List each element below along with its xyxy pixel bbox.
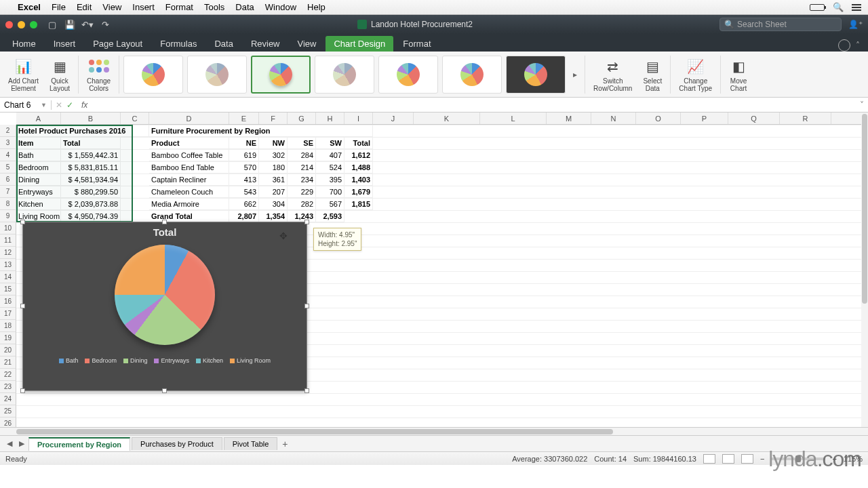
chart-legend[interactable]: BathBedroomDiningEntrywaysKitchenLiving … xyxy=(23,357,307,364)
save-icon[interactable]: 💾 xyxy=(64,19,75,30)
horizontal-scrollbar[interactable] xyxy=(0,427,868,435)
vertical-scrollbar[interactable] xyxy=(861,113,868,427)
ribbon-tabs: Home Insert Page Layout Formulas Data Re… xyxy=(0,34,868,52)
zoom-out-button[interactable]: − xyxy=(760,455,764,463)
sheet-tab-2[interactable]: Purchases by Product xyxy=(132,437,222,450)
ribbon-content: 📊 Add Chart Element ▦ Quick Layout Chang… xyxy=(0,52,868,98)
handle-w[interactable] xyxy=(20,304,25,308)
handle-se[interactable] xyxy=(304,388,309,393)
maximize-button[interactable] xyxy=(30,21,37,28)
view-page-break-button[interactable] xyxy=(741,454,753,464)
chart-style-5[interactable] xyxy=(378,56,438,94)
chart-title[interactable]: Total xyxy=(23,222,307,239)
sheet-tab-1[interactable]: Procurement by Region xyxy=(28,437,130,451)
tab-format[interactable]: Format xyxy=(395,36,439,52)
fx-icon[interactable]: fx xyxy=(81,100,87,110)
name-box[interactable]: Chart 6 ▼ xyxy=(0,100,52,110)
status-count: Count: 14 xyxy=(594,455,627,463)
more-chart-styles[interactable]: ▸ xyxy=(570,56,580,94)
switch-row-column-button[interactable]: ⇄ Switch Row/Column xyxy=(589,56,636,94)
tab-review[interactable]: Review xyxy=(243,36,288,52)
menu-file[interactable]: File xyxy=(52,2,66,12)
next-sheet-button[interactable]: ▶ xyxy=(16,439,27,449)
handle-sw[interactable] xyxy=(20,388,25,393)
menu-format[interactable]: Format xyxy=(165,2,193,12)
tab-view[interactable]: View xyxy=(290,36,325,52)
spotlight-icon[interactable]: 🔍 xyxy=(833,2,844,12)
chart-style-3[interactable] xyxy=(251,56,311,94)
tab-page-layout[interactable]: Page Layout xyxy=(85,36,151,52)
chart-style-4[interactable] xyxy=(315,56,374,94)
minimize-button[interactable] xyxy=(18,21,25,28)
divider xyxy=(720,56,721,94)
name-box-dropdown-icon[interactable]: ▼ xyxy=(41,102,47,108)
share-icon[interactable]: 👤⁺ xyxy=(848,20,863,29)
tab-chart-design[interactable]: Chart Design xyxy=(326,36,393,52)
close-button[interactable] xyxy=(5,21,13,28)
move-chart-button[interactable]: ◧ Move Chart xyxy=(725,56,752,94)
worksheet-grid[interactable]: ABCDEFGHIJKLMNOPQR 234567891011121314151… xyxy=(0,113,868,427)
quick-layout-button[interactable]: ▦ Quick Layout xyxy=(45,56,74,94)
redo-icon[interactable]: ↷ xyxy=(100,19,111,30)
divider xyxy=(585,56,585,94)
divider xyxy=(119,56,119,94)
document-title: Landon Hotel Procurement2 xyxy=(357,20,473,29)
menu-window[interactable]: Window xyxy=(265,2,296,12)
menu-tools[interactable]: Tools xyxy=(204,2,224,12)
select-data-label: Select Data xyxy=(643,77,662,92)
zoom-value[interactable]: 115% xyxy=(844,455,863,463)
tab-data[interactable]: Data xyxy=(206,36,241,52)
tab-formulas[interactable]: Formulas xyxy=(152,36,205,52)
prev-sheet-button[interactable]: ◀ xyxy=(4,439,15,449)
chart-style-7[interactable] xyxy=(506,56,566,94)
cancel-formula-icon[interactable]: ✕ xyxy=(56,100,62,110)
collapse-ribbon-button[interactable]: ˄ xyxy=(856,41,860,50)
add-chart-element-button[interactable]: 📊 Add Chart Element xyxy=(4,56,43,94)
select-data-button[interactable]: ▤ Select Data xyxy=(639,56,666,94)
handle-nw[interactable] xyxy=(20,220,25,224)
divider xyxy=(78,56,79,94)
search-placeholder: Search Sheet xyxy=(737,20,787,29)
menu-help[interactable]: Help xyxy=(307,2,326,12)
hscroll-thumb[interactable] xyxy=(16,429,613,434)
zoom-in-button[interactable]: + xyxy=(832,455,836,463)
zoom-slider[interactable] xyxy=(771,458,825,460)
view-page-layout-button[interactable] xyxy=(722,454,734,464)
menu-data[interactable]: Data xyxy=(235,2,254,12)
add-chart-element-icon: 📊 xyxy=(14,57,33,76)
menu-insert[interactable]: Insert xyxy=(132,2,155,12)
tab-home[interactable]: Home xyxy=(4,36,44,52)
undo-icon[interactable]: ↶▾ xyxy=(82,19,93,30)
handle-n[interactable] xyxy=(162,220,167,224)
zoom-thumb[interactable] xyxy=(795,455,801,462)
handle-e[interactable] xyxy=(304,304,309,308)
tab-insert[interactable]: Insert xyxy=(45,36,84,52)
handle-s[interactable] xyxy=(162,388,167,393)
handle-ne[interactable] xyxy=(304,220,309,224)
menu-edit[interactable]: Edit xyxy=(77,2,92,12)
embedded-chart[interactable]: Total BathBedroomDiningEntrywaysKitchenL… xyxy=(22,222,307,391)
chart-style-2[interactable] xyxy=(187,56,247,94)
collapse-ribbon-icon[interactable]: ▢ xyxy=(47,19,58,30)
chart-style-6[interactable] xyxy=(442,56,502,94)
excel-icon xyxy=(357,20,367,29)
notifications-icon[interactable] xyxy=(852,4,861,11)
vscroll-thumb[interactable] xyxy=(862,114,867,304)
app-name[interactable]: Excel xyxy=(18,2,41,12)
feedback-icon[interactable] xyxy=(838,39,850,52)
pie-chart[interactable] xyxy=(115,245,215,345)
column-headers[interactable]: ABCDEFGHIJKLMNOPQR xyxy=(16,113,868,125)
search-sheet-input[interactable]: 🔍 Search Sheet xyxy=(719,18,842,31)
accept-formula-icon[interactable]: ✓ xyxy=(66,100,73,110)
sheet-tab-3[interactable]: Pivot Table xyxy=(224,437,278,450)
menu-view[interactable]: View xyxy=(102,2,121,12)
change-chart-type-button[interactable]: 📈 Change Chart Type xyxy=(675,56,716,94)
view-normal-button[interactable] xyxy=(703,454,715,464)
chart-style-1[interactable] xyxy=(123,56,183,94)
add-sheet-button[interactable]: + xyxy=(279,438,291,450)
expand-formula-bar[interactable]: ˅ xyxy=(856,100,868,110)
change-colors-button[interactable]: Change Colors xyxy=(83,56,115,94)
row-headers[interactable]: 2345678910111213141516171819202122232425… xyxy=(0,125,16,427)
select-data-icon: ▤ xyxy=(643,57,662,76)
name-box-value: Chart 6 xyxy=(4,100,31,110)
